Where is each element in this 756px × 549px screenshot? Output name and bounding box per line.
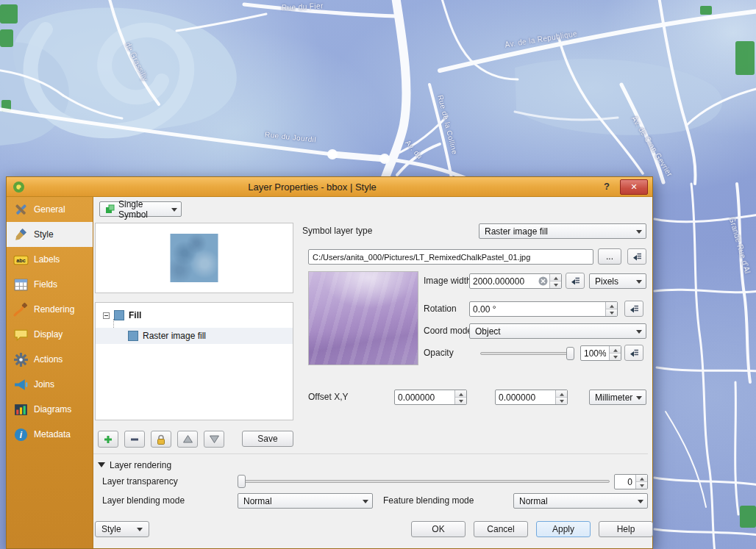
- offset-y-spinbox[interactable]: [495, 390, 568, 405]
- browse-button[interactable]: ...: [598, 248, 621, 265]
- spin-up-icon[interactable]: [556, 390, 567, 397]
- tree-row-fill[interactable]: Fill: [96, 307, 293, 323]
- raster-fill-symbol-icon: [128, 331, 138, 341]
- spin-up-icon[interactable]: [636, 475, 647, 481]
- remove-symbol-layer-button[interactable]: [124, 431, 145, 448]
- tree-row-raster-image-fill[interactable]: Raster image fill: [96, 328, 293, 344]
- help-button[interactable]: ?: [599, 179, 614, 194]
- symbol-layer-tree: Fill Raster image fill: [95, 302, 293, 420]
- sidebar-item-general[interactable]: General: [7, 197, 93, 222]
- collapse-icon[interactable]: [103, 312, 110, 319]
- sidebar-item-actions[interactable]: Actions: [7, 347, 93, 372]
- sidebar-item-fields[interactable]: Fields: [7, 272, 93, 297]
- sidebar-item-metadata[interactable]: i Metadata: [7, 422, 93, 447]
- sidebar-item-display[interactable]: Display: [7, 322, 93, 347]
- transparency-input[interactable]: [615, 475, 635, 489]
- style-menu-button[interactable]: Style: [95, 521, 149, 537]
- spinner-buttons[interactable]: [549, 274, 561, 288]
- gear-icon: [13, 352, 29, 367]
- spinner-buttons[interactable]: [454, 390, 466, 404]
- opacity-label: Opacity: [424, 348, 454, 358]
- offset-x-spinbox[interactable]: [394, 390, 467, 405]
- sidebar-item-labels[interactable]: abc Labels: [7, 247, 93, 272]
- close-button[interactable]: ✕: [620, 179, 648, 195]
- move-layer-down-button[interactable]: [204, 431, 224, 448]
- symbol-type-combo[interactable]: Single Symbol: [99, 201, 182, 217]
- raster-image-preview: [308, 271, 418, 365]
- symbol-preview-panel: [95, 223, 293, 293]
- layer-transparency-slider[interactable]: [238, 475, 610, 488]
- symbol-layer-type-combo[interactable]: Raster image fill: [479, 223, 646, 239]
- sidebar-item-rendering[interactable]: Rendering: [7, 297, 93, 322]
- width-unit-combo[interactable]: Pixels: [589, 273, 646, 289]
- speech-bubble-icon: [13, 327, 29, 342]
- spin-down-icon[interactable]: [455, 397, 466, 404]
- spin-up-icon[interactable]: [550, 274, 561, 281]
- slider-groove: [238, 480, 610, 483]
- rotation-spinbox[interactable]: [469, 301, 618, 317]
- arrow-down-icon: [209, 434, 220, 444]
- image-width-spinbox[interactable]: [469, 273, 562, 289]
- chevron-down-icon: [636, 280, 642, 287]
- data-defined-opacity-button[interactable]: [624, 345, 643, 361]
- layer-rendering-header[interactable]: Layer rendering: [98, 459, 171, 471]
- layer-blending-combo[interactable]: Normal: [238, 493, 373, 509]
- sidebar-item-joins[interactable]: Joins: [7, 372, 93, 397]
- feature-blending-combo[interactable]: Normal: [513, 493, 648, 509]
- sidebar-item-style[interactable]: Style: [7, 222, 93, 247]
- slider-handle[interactable]: [238, 475, 246, 488]
- layer-blending-label: Layer blending mode: [102, 495, 185, 506]
- sidebar-label: Rendering: [34, 304, 74, 315]
- image-width-label: Image width: [424, 276, 471, 286]
- tree-fill-label: Fill: [129, 310, 141, 320]
- data-defined-path-button[interactable]: [627, 248, 646, 265]
- spinner-buttons[interactable]: [605, 302, 617, 316]
- cancel-button[interactable]: Cancel: [474, 521, 528, 537]
- spin-down-icon[interactable]: [610, 353, 621, 360]
- spin-down-icon[interactable]: [636, 481, 647, 489]
- rotation-label: Rotation: [424, 304, 457, 314]
- rotation-input[interactable]: [470, 302, 605, 316]
- spinner-buttons[interactable]: [635, 475, 647, 489]
- chevron-down-icon: [137, 528, 143, 534]
- offset-unit-combo[interactable]: Millimeter: [589, 390, 646, 405]
- opacity-slider[interactable]: [480, 347, 574, 360]
- spin-up-icon[interactable]: [455, 390, 466, 397]
- lock-symbol-layer-button[interactable]: [151, 431, 171, 448]
- coord-mode-label: Coord mode: [424, 326, 472, 336]
- data-defined-width-button[interactable]: [566, 273, 585, 289]
- apply-button[interactable]: Apply: [536, 521, 591, 537]
- help-button-footer[interactable]: Help: [599, 521, 653, 537]
- offset-y-input[interactable]: [496, 390, 555, 404]
- ok-button[interactable]: OK: [411, 521, 466, 537]
- coord-mode-combo[interactable]: Object: [469, 323, 646, 339]
- image-path-input[interactable]: [308, 249, 593, 265]
- sidebar-item-diagrams[interactable]: Diagrams: [7, 397, 93, 422]
- add-symbol-layer-button[interactable]: [98, 431, 118, 448]
- chevron-down-icon: [636, 396, 642, 403]
- opacity-input[interactable]: [581, 346, 609, 360]
- spinner-buttons[interactable]: [609, 346, 621, 360]
- move-layer-up-button[interactable]: [177, 431, 198, 448]
- arrow-up-icon: [182, 434, 193, 444]
- spin-down-icon[interactable]: [550, 281, 561, 288]
- spin-down-icon[interactable]: [606, 309, 617, 316]
- image-width-input[interactable]: [470, 274, 538, 288]
- data-defined-icon: [632, 251, 643, 262]
- spinner-buttons[interactable]: [555, 390, 567, 404]
- transparency-spinbox[interactable]: [614, 474, 648, 489]
- opacity-spinbox[interactable]: [580, 345, 621, 361]
- clear-icon[interactable]: [538, 274, 549, 288]
- data-defined-rotation-button[interactable]: [624, 301, 643, 317]
- offset-x-input[interactable]: [395, 390, 454, 404]
- qgis-logo-icon: [13, 181, 25, 193]
- slider-groove: [480, 352, 574, 355]
- spin-up-icon[interactable]: [610, 346, 621, 353]
- spin-down-icon[interactable]: [556, 397, 567, 404]
- chevron-down-icon: [636, 230, 642, 237]
- chevron-down-icon: [636, 330, 642, 337]
- svg-text:abc: abc: [16, 257, 26, 264]
- save-button[interactable]: Save: [242, 431, 293, 447]
- spin-up-icon[interactable]: [606, 302, 617, 309]
- slider-handle[interactable]: [566, 347, 574, 360]
